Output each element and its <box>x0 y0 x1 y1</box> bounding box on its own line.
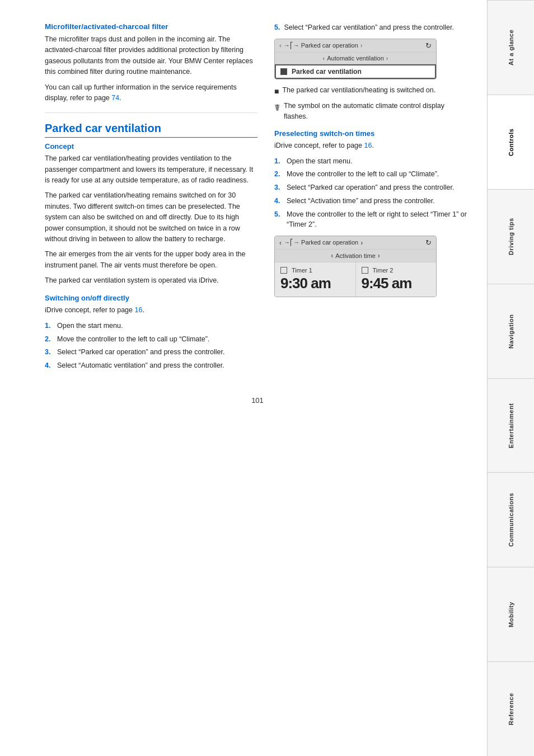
step-num: 5. <box>274 209 283 231</box>
notes-section: ■ The parked car ventilation/heating is … <box>274 85 470 122</box>
main-section-heading: Parked car ventilation <box>45 122 257 138</box>
sidebar-tab-driving-tips[interactable]: Driving tips <box>488 189 534 284</box>
timer-screen: ‹ →⎡→ Parked car operation › ↻ ‹ Activat… <box>274 236 437 297</box>
concept-heading: Concept <box>45 142 257 151</box>
step5-num: 5. <box>274 24 280 31</box>
step-text: Open the start menu. <box>57 321 123 331</box>
sidebar-tab-entertainment[interactable]: Entertainment <box>488 378 534 473</box>
preselecting-idrive-ref: iDrive concept, refer to page 16. <box>274 140 470 151</box>
switching-step-3: 3. Select “Parked car operation” and pre… <box>45 347 257 358</box>
left-arrow-icon: ‹ <box>279 42 282 49</box>
timer-1-label: Timer 1 <box>280 267 350 274</box>
step-num: 1. <box>45 321 54 331</box>
refresh-icon-2: ↻ <box>425 238 432 247</box>
preselecting-step-2: 2. Move the controller to the left to ca… <box>274 169 470 180</box>
timer-2-label: Timer 2 <box>362 267 431 274</box>
timer-header-text-1: →⎡→ Parked car operation <box>284 239 358 246</box>
screen1-row-selected: Parked car ventilation <box>275 64 436 79</box>
step-text: Move the controller to the left or right… <box>287 209 470 231</box>
preselecting-step-4: 4. Select “Activation time” and press th… <box>274 196 470 206</box>
sidebar-tab-communications[interactable]: Communications <box>488 472 534 567</box>
ui-screen-1: ‹ →⎡→ Parked car operation › ↻ ‹ Automat… <box>274 39 437 79</box>
note-2: ☤ The symbol on the automatic climate co… <box>274 101 470 122</box>
note-1-text: The parked car ventilation/heating is sw… <box>282 85 435 96</box>
step-text: Move the controller to the left to call … <box>57 334 209 345</box>
checkmark-icon: ■ <box>274 86 279 97</box>
sidebar-tab-reference[interactable]: Reference <box>488 661 534 756</box>
microfilter-para-2: You can call up further information in t… <box>45 82 257 104</box>
step-text: Move the controller to the left to call … <box>287 169 439 180</box>
right-arrow-icon: › <box>360 42 363 49</box>
step-num: 1. <box>274 156 283 167</box>
timer-2-label-text: Timer 2 <box>373 267 394 274</box>
timer-header-row-2: ‹ Activation time › <box>275 250 436 262</box>
right-column: 5. Select “Parked car ventilation” and p… <box>274 22 470 374</box>
refresh-icon-1: ↻ <box>425 41 432 50</box>
timer-2-cell: Timer 2 9:45 am <box>356 262 437 297</box>
sidebar: At a glance Controls Driving tips Naviga… <box>487 0 534 756</box>
timer-1-label-text: Timer 1 <box>292 267 312 274</box>
step-num: 3. <box>274 182 283 193</box>
screen1-row1-text: →⎡→ Parked car operation <box>284 42 358 49</box>
timer-2-value: 9:45 am <box>362 275 431 292</box>
preselecting-section: Preselecting switch-on times iDrive conc… <box>274 129 470 230</box>
timer-1-checkbox <box>280 267 287 274</box>
step-num: 2. <box>45 334 54 345</box>
section-divider <box>45 112 257 113</box>
screen1-row-2: ‹ Automatic ventilation › <box>275 53 436 64</box>
step-num: 2. <box>274 169 283 180</box>
timer-body: Timer 1 9:30 am Timer 2 9:45 am <box>275 262 436 297</box>
concept-para-2: The parked car ventilation/heating remai… <box>45 190 257 245</box>
page-wrapper: Microfilter/activated-charcoal filter Th… <box>0 0 534 756</box>
timer-left-arrow: ‹ <box>279 239 282 247</box>
right-arrow-icon-2: › <box>386 55 388 62</box>
switching-step-2: 2. Move the controller to the left to ca… <box>45 334 257 345</box>
sidebar-tab-navigation[interactable]: Navigation <box>488 284 534 378</box>
timer-1-value: 9:30 am <box>280 275 350 292</box>
switching-steps: 1. Open the start menu. 2. Move the cont… <box>45 321 257 371</box>
microfilter-page-link[interactable]: 74 <box>111 94 119 102</box>
timer-1-cell: Timer 1 9:30 am <box>275 262 356 297</box>
step-num: 4. <box>45 360 54 371</box>
preselecting-page-link[interactable]: 16 <box>364 142 372 149</box>
sun-icon: ☤ <box>274 101 280 115</box>
microfilter-heading: Microfilter/activated-charcoal filter <box>45 22 257 31</box>
concept-para-4: The parked car ventilation system is ope… <box>45 275 257 286</box>
switching-idrive-ref: iDrive concept, refer to page 16. <box>45 305 257 316</box>
timer-2-checkbox <box>362 267 368 274</box>
preselecting-steps: 1. Open the start menu. 2. Move the cont… <box>274 156 470 231</box>
concept-para-1: The parked car ventilation/heating provi… <box>45 153 257 186</box>
switching-page-link[interactable]: 16 <box>135 306 143 314</box>
right-step5-intro: 5. Select “Parked car ventilation” and p… <box>274 22 470 33</box>
step-num: 4. <box>274 196 283 206</box>
concept-para-3: The air emerges from the air vents for t… <box>45 249 257 271</box>
timer-header-text-2: Activation time <box>335 252 376 259</box>
sidebar-tab-controls[interactable]: Controls <box>488 95 534 189</box>
timer-right-arrow-2: › <box>378 252 380 260</box>
content-columns: Microfilter/activated-charcoal filter Th… <box>45 22 470 374</box>
step-num: 3. <box>45 347 54 358</box>
microfilter-section: Microfilter/activated-charcoal filter Th… <box>45 22 257 104</box>
timer-left-arrow-2: ‹ <box>331 252 333 260</box>
checkbox-icon-filled <box>280 68 287 75</box>
switching-step-4: 4. Select “Automatic ventilation” and pr… <box>45 360 257 371</box>
timer-right-arrow: › <box>360 239 363 247</box>
sidebar-tab-at-a-glance[interactable]: At a glance <box>488 0 534 95</box>
step-text: Open the start menu. <box>287 156 352 167</box>
screen1-row2-text: Automatic ventilation <box>327 55 384 62</box>
step-text: Select “Parked car operation” and press … <box>287 182 454 193</box>
main-content: Microfilter/activated-charcoal filter Th… <box>0 0 487 756</box>
note-1: ■ The parked car ventilation/heating is … <box>274 85 470 97</box>
preselecting-step-3: 3. Select “Parked car operation” and pre… <box>274 182 470 193</box>
switching-section: Switching on/off directly iDrive concept… <box>45 294 257 370</box>
screen1-selected-text: Parked car ventilation <box>292 68 362 76</box>
preselecting-step-5: 5. Move the controller to the left or ri… <box>274 209 470 231</box>
left-arrow-icon-2: ‹ <box>323 55 325 62</box>
switching-heading: Switching on/off directly <box>45 294 257 302</box>
timer-header-row-1: ‹ →⎡→ Parked car operation › ↻ <box>275 236 436 250</box>
step-text: Select “Activation time” and press the c… <box>287 196 435 206</box>
left-column: Microfilter/activated-charcoal filter Th… <box>45 22 257 374</box>
concept-section: Concept The parked car ventilation/heati… <box>45 142 257 286</box>
sidebar-tab-mobility[interactable]: Mobility <box>488 567 534 661</box>
note-2-text: The symbol on the automatic climate cont… <box>284 101 470 122</box>
